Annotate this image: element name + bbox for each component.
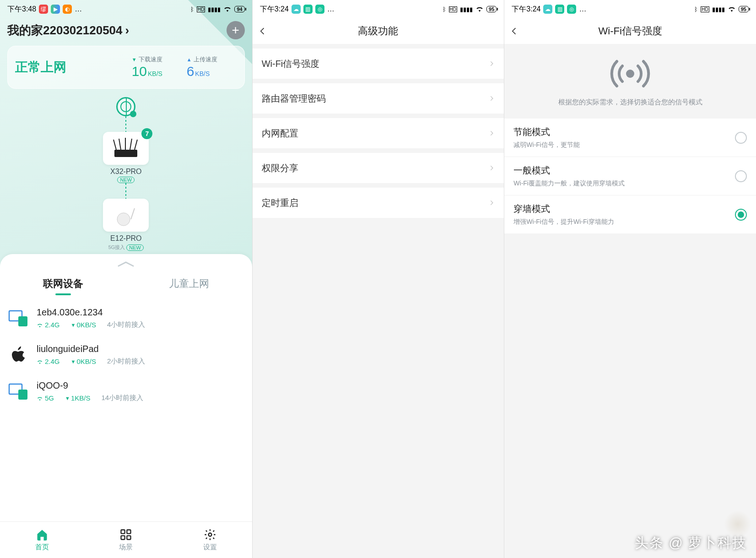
signal-option[interactable]: 穿墙模式增强Wi-Fi信号，提升Wi-Fi穿墙能力 xyxy=(504,195,756,233)
panel-home: 下午3:48 缪 ▶ ◐ … ᛒ HD ▮▮▮▮ 94 我的家220302120… xyxy=(0,0,252,558)
radio-button[interactable] xyxy=(735,132,747,144)
nav-settings[interactable]: 设置 xyxy=(168,522,252,558)
page-title[interactable]: 我的家220302120504› xyxy=(7,22,129,38)
option-title: 一般模式 xyxy=(513,164,625,177)
hd-icon: HD xyxy=(701,6,709,12)
nav-home[interactable]: 首页 xyxy=(0,522,84,558)
device-band: 2.4G xyxy=(37,321,60,329)
radio-button[interactable] xyxy=(735,209,747,221)
topology: 7 X32-PRO NEW E12-PRO 5G接入NEW xyxy=(7,89,245,265)
settings-row[interactable]: 定时重启 xyxy=(253,188,504,218)
svg-rect-9 xyxy=(18,316,27,326)
chevron-right-icon xyxy=(488,128,495,139)
device-row[interactable]: iQOO-95G1KB/S14小时前接入 xyxy=(0,373,252,410)
app-icon: ☁ xyxy=(543,5,552,14)
device-sheet: 联网设备 儿童上网 1eb4.030e.12342.4G0KB/S4小时前接入l… xyxy=(0,254,252,558)
option-title: 节能模式 xyxy=(513,126,580,138)
wifi-icon xyxy=(728,5,736,13)
svg-point-6 xyxy=(117,213,130,226)
status-time: 下午3:24 xyxy=(260,5,289,14)
svg-rect-12 xyxy=(121,530,125,534)
row-label: 路由器管理密码 xyxy=(262,92,326,105)
status-bar: 下午3:24 ☁ ▥ ◎ … ᛒ HD ▮▮▮▮ 95 xyxy=(504,0,756,18)
device-count-badge: 7 xyxy=(141,128,152,139)
page-title: 高级功能 xyxy=(276,24,481,38)
settings-row[interactable]: 内网配置 xyxy=(253,118,504,148)
tab-kids[interactable]: 儿童上网 xyxy=(126,277,252,295)
node-router-1[interactable]: 7 X32-PRO NEW xyxy=(103,132,149,183)
more-icon: … xyxy=(327,5,335,13)
device-band: 5G xyxy=(37,394,54,402)
status-time: 下午3:48 xyxy=(7,5,36,14)
battery-icon: 95 xyxy=(739,6,749,12)
more-icon: … xyxy=(579,5,587,13)
option-desc: 减弱Wi-Fi信号，更节能 xyxy=(513,141,580,149)
bottom-nav: 首页 场景 设置 xyxy=(0,521,252,558)
signal-option[interactable]: 一般模式Wi-Fi覆盖能力一般，建议使用穿墙模式 xyxy=(504,157,756,195)
svg-rect-15 xyxy=(127,536,131,539)
radio-button[interactable] xyxy=(735,170,747,182)
play-icon: ▶ xyxy=(51,5,60,14)
app-icon: ◎ xyxy=(315,5,324,14)
panel-advanced: 下午3:24 ☁ ▥ ◎ … ᛒ HD ▮▮▮▮ 95 高级功能 Wi-Fi信号… xyxy=(252,0,504,558)
svg-line-4 xyxy=(130,139,132,150)
network-status: 正常上网 xyxy=(15,59,127,76)
app-icon: ▥ xyxy=(555,5,564,14)
svg-line-1 xyxy=(113,140,116,150)
bluetooth-icon: ᛒ xyxy=(443,6,446,13)
app-icon: ▥ xyxy=(303,5,313,14)
device-row[interactable]: 1eb4.030e.12342.4G0KB/S4小时前接入 xyxy=(0,300,252,336)
svg-rect-14 xyxy=(121,536,125,539)
bluetooth-icon: ᛒ xyxy=(694,6,698,13)
settings-row[interactable]: 权限分享 xyxy=(253,153,504,183)
watermark: 头条 @ 萝卜科技 xyxy=(635,534,747,553)
device-speed: 0KB/S xyxy=(71,321,96,329)
device-speed: 1KB/S xyxy=(65,394,90,402)
weibo-icon: ◐ xyxy=(63,5,72,14)
chevron-right-icon xyxy=(488,93,495,104)
device-name: iQOO-9 xyxy=(37,380,244,391)
status-bar: 下午3:24 ☁ ▥ ◎ … ᛒ HD ▮▮▮▮ 95 xyxy=(253,0,504,18)
option-desc: 增强Wi-Fi信号，提升Wi-Fi穿墙能力 xyxy=(513,218,614,226)
sheet-handle[interactable] xyxy=(0,254,252,269)
device-icon xyxy=(8,308,29,329)
network-card[interactable]: 正常上网 下载速度 10KB/S 上传速度 6KB/S xyxy=(7,46,245,89)
row-label: Wi-Fi信号强度 xyxy=(262,58,320,70)
row-label: 定时重启 xyxy=(262,197,298,209)
app-icon: ☁ xyxy=(292,5,301,14)
panel-signal: 下午3:24 ☁ ▥ ◎ … ᛒ HD ▮▮▮▮ 95 Wi-Fi信号强度 根 xyxy=(504,0,756,558)
tab-devices[interactable]: 联网设备 xyxy=(0,277,126,295)
back-button[interactable] xyxy=(510,27,528,36)
page-title: Wi-Fi信号强度 xyxy=(528,24,732,38)
hd-icon: HD xyxy=(197,6,205,12)
svg-rect-11 xyxy=(18,390,27,400)
bluetooth-icon: ᛒ xyxy=(190,6,194,13)
device-time: 2小时前接入 xyxy=(107,357,145,366)
chevron-right-icon xyxy=(488,198,495,208)
signal-option[interactable]: 节能模式减弱Wi-Fi信号，更节能 xyxy=(504,119,756,157)
signal-icon: ▮▮▮▮ xyxy=(712,6,725,13)
device-icon xyxy=(8,344,29,365)
app-icon: ◎ xyxy=(567,5,576,14)
download-label: 下载速度 xyxy=(132,55,182,64)
hd-icon: HD xyxy=(449,6,457,12)
new-tag: NEW xyxy=(117,177,135,183)
signal-icon: ▮▮▮▮ xyxy=(208,6,221,13)
back-button[interactable] xyxy=(258,27,276,36)
device-name: liulonguideiPad xyxy=(37,344,244,354)
option-desc: Wi-Fi覆盖能力一般，建议使用穿墙模式 xyxy=(513,179,625,188)
add-button[interactable]: + xyxy=(227,21,245,39)
row-label: 权限分享 xyxy=(262,162,298,174)
device-icon xyxy=(8,381,29,402)
node-router-2[interactable]: E12-PRO 5G接入NEW xyxy=(103,199,149,251)
settings-row[interactable]: 路由器管理密码 xyxy=(253,83,504,114)
device-row[interactable]: liulonguideiPad2.4G0KB/S2小时前接入 xyxy=(0,336,252,373)
signal-icon: ▮▮▮▮ xyxy=(460,6,473,13)
svg-line-2 xyxy=(119,139,121,150)
chevron-right-icon xyxy=(488,163,495,173)
signal-caption: 根据您的实际需求，选择切换适合您的信号模式 xyxy=(558,98,702,107)
wifi-icon xyxy=(223,5,232,13)
nav-scene[interactable]: 场景 xyxy=(84,522,168,558)
settings-row[interactable]: Wi-Fi信号强度 xyxy=(253,49,504,79)
svg-line-7 xyxy=(131,208,135,219)
